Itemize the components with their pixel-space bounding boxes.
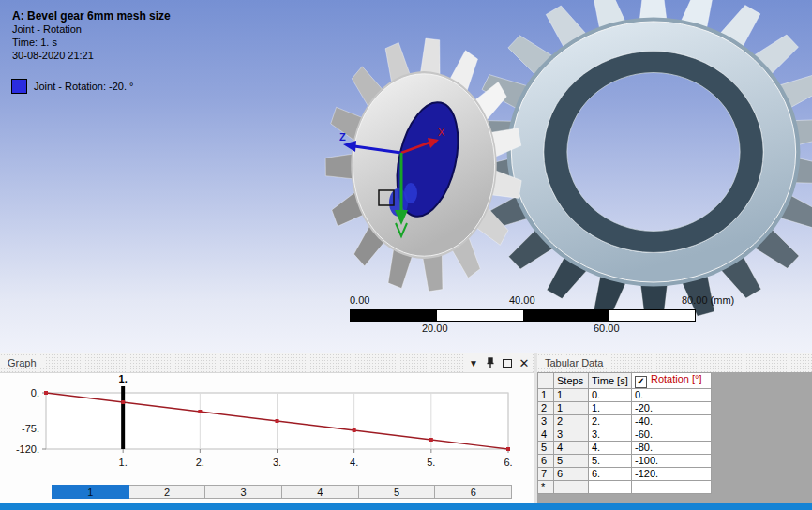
step-cell-1[interactable]: 1: [52, 485, 129, 499]
corner-cell: [538, 373, 554, 389]
table-cell[interactable]: 0.: [589, 389, 632, 402]
table-cell[interactable]: [632, 481, 712, 494]
table-cell[interactable]: -40.: [632, 415, 712, 428]
table-cell[interactable]: 3: [554, 428, 589, 442]
joint-rotation-legend: Joint - Rotation: -20. °: [11, 79, 134, 94]
table-row: 766.-120.: [538, 468, 712, 481]
table-row: 544.-80.: [538, 442, 712, 455]
data-point-marker: [198, 410, 202, 413]
table-cell[interactable]: 5.: [589, 455, 632, 468]
row-header-cell: 4: [538, 428, 554, 442]
step-cell-2[interactable]: 2: [129, 485, 206, 499]
3d-viewport[interactable]: ZX A: Bevel gear 6mm mesh size Joint - R…: [0, 0, 812, 352]
table-cell[interactable]: 3.: [589, 428, 632, 442]
table-cell[interactable]: 0.: [632, 389, 712, 402]
x-tick-label: 3.: [273, 457, 281, 468]
data-point-marker: [44, 391, 48, 395]
dropdown-arrow-icon[interactable]: ▼: [467, 356, 480, 369]
table-cell[interactable]: -60.: [632, 428, 712, 442]
table-cell[interactable]: 6: [554, 468, 589, 481]
table-row: 655.-100.: [538, 455, 712, 468]
ansys-mechanical-window: ZX A: Bevel gear 6mm mesh size Joint - R…: [0, 0, 812, 510]
table-row: 211.-20.: [538, 402, 712, 415]
table-cell[interactable]: 6.: [589, 468, 632, 481]
x-tick-label: 5.: [427, 457, 435, 468]
maximize-icon[interactable]: [501, 356, 514, 369]
data-point-marker: [506, 447, 510, 451]
row-header-cell: 1: [538, 389, 554, 402]
graph-panel-controls: ▼ ✕: [463, 353, 531, 372]
table-row: 322.-40.: [538, 415, 712, 428]
z-axis-label: Z: [339, 131, 346, 142]
result-type-label: Joint - Rotation: [12, 22, 171, 36]
tabular-panel-title: Tabular Data: [537, 357, 610, 368]
row-header-cell: 3: [538, 415, 554, 428]
table-cell[interactable]: -80.: [632, 442, 712, 455]
bottom-accent-bar: [0, 503, 812, 510]
table-cell[interactable]: 4: [554, 442, 589, 455]
table-cell[interactable]: -100.: [632, 455, 712, 468]
legend-swatch: [11, 79, 27, 94]
viewport-annotation: A: Bevel gear 6mm mesh size Joint - Rota…: [12, 9, 171, 62]
datetime-label: 30-08-2020 21:21: [12, 49, 171, 62]
graph-panel-title: Graph: [0, 357, 44, 368]
tabular-data-table: Steps Time [s] ✓Rotation [°] 110.0.211.-…: [537, 372, 712, 494]
x-tick-label: 4.: [350, 457, 358, 468]
data-point-marker: [353, 428, 356, 432]
row-header-cell: 6: [538, 455, 554, 468]
table-cell[interactable]: 4.: [589, 442, 632, 455]
table-cell[interactable]: -20.: [632, 402, 712, 415]
tabular-panel-header[interactable]: Tabular Data: [537, 353, 812, 373]
table-cell[interactable]: 1: [554, 389, 589, 402]
table-row: 433.-60.: [538, 428, 712, 442]
table-cell[interactable]: 2: [554, 415, 589, 428]
rotation-column-header[interactable]: ✓Rotation [°]: [632, 373, 712, 389]
table-header-row: Steps Time [s] ✓Rotation [°]: [538, 373, 712, 389]
x-tick-label: 2.: [196, 457, 204, 468]
legend-label: Joint - Rotation: -20. °: [34, 81, 134, 92]
data-point-marker: [429, 438, 433, 442]
row-header-cell: 2: [538, 402, 554, 415]
current-time-marker[interactable]: [121, 386, 125, 449]
table-cell[interactable]: [554, 481, 589, 494]
step-cell-5[interactable]: 5: [359, 485, 436, 499]
time-label: Time: 1. s: [12, 36, 171, 49]
table-cell[interactable]: 1.: [589, 402, 632, 415]
time-column-header[interactable]: Time [s]: [589, 373, 632, 389]
x-axis-label: X: [438, 127, 445, 138]
analysis-title: A: Bevel gear 6mm mesh size: [12, 9, 171, 22]
rotation-checkbox[interactable]: ✓: [635, 376, 647, 388]
table-cell[interactable]: [589, 481, 632, 494]
table-row: *: [538, 481, 712, 494]
graph-panel: Graph ▼ ✕ 0.-75.-120.1.2.3.4.5.6.1. 1234…: [0, 352, 534, 504]
rotation-vs-time-chart[interactable]: 0.-75.-120.1.2.3.4.5.6.1.: [0, 372, 534, 485]
row-header-cell: 5: [538, 442, 554, 455]
data-point-marker: [276, 419, 279, 423]
tabular-data-panel: Tabular Data Steps Time [s] ✓Rotation [°…: [537, 352, 812, 504]
joint-marker-body: [404, 183, 417, 203]
table-row: 110.0.: [538, 389, 712, 402]
x-tick-label: 6.: [504, 457, 512, 468]
row-header-cell: *: [538, 481, 554, 494]
step-cell-4[interactable]: 4: [282, 485, 359, 499]
table-cell[interactable]: -120.: [632, 468, 712, 481]
pin-icon[interactable]: [484, 356, 497, 369]
graph-panel-header[interactable]: Graph ▼ ✕: [0, 353, 534, 373]
table-cell[interactable]: 5: [554, 455, 589, 468]
y-tick-label: -120.: [16, 443, 39, 455]
row-header-cell: 7: [538, 468, 554, 481]
table-cell[interactable]: 2.: [589, 415, 632, 428]
large-bevel-gear: [470, 0, 812, 321]
data-point-marker: [121, 400, 125, 404]
tabular-data-grid-area: Steps Time [s] ✓Rotation [°] 110.0.211.-…: [537, 372, 812, 504]
step-cell-3[interactable]: 3: [205, 485, 282, 499]
step-selector-bar: 123456: [52, 485, 512, 499]
x-tick-label: 1.: [119, 457, 128, 468]
steps-column-header[interactable]: Steps: [554, 373, 589, 389]
y-tick-label: 0.: [31, 387, 39, 398]
close-icon[interactable]: ✕: [518, 356, 531, 369]
current-time-label: 1.: [119, 373, 128, 384]
step-cell-6[interactable]: 6: [435, 485, 512, 499]
y-tick-label: -75.: [22, 423, 39, 434]
table-cell[interactable]: 1: [554, 402, 589, 415]
